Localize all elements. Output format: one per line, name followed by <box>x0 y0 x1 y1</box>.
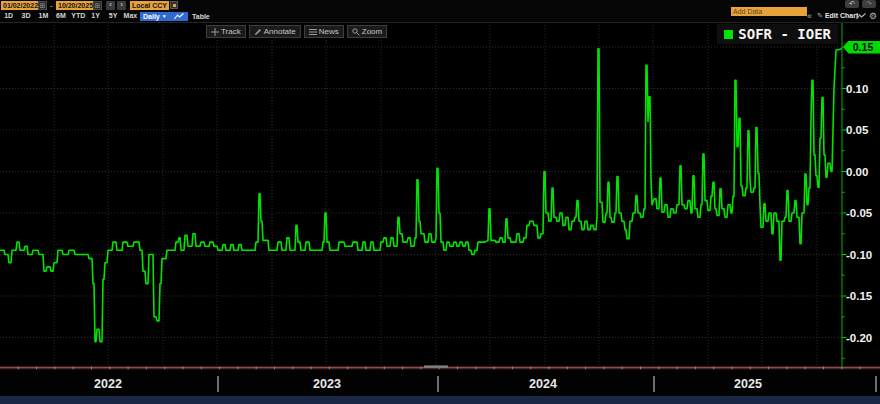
edit-chart-button[interactable]: ✎ Edit Chart <box>817 12 858 20</box>
next-period-button[interactable]: › <box>117 1 126 10</box>
date-to-input[interactable]: 10/20/2025 <box>56 1 95 10</box>
axis-scroll-handle[interactable] <box>424 365 448 367</box>
y-axis-label: 0.10 <box>846 83 868 95</box>
zoom-button[interactable]: Zoom <box>347 25 387 38</box>
table-button[interactable]: Table <box>192 12 210 21</box>
frequency-dropdown[interactable]: Daily ▼ <box>140 12 170 21</box>
annotate-label: Annotate <box>264 26 296 37</box>
y-axis-label: -0.15 <box>846 290 873 302</box>
year-separator <box>217 376 219 392</box>
chart-plot[interactable]: 0.100.050.00-0.05-0.10-0.15-0.20 <box>0 22 880 372</box>
redo-button[interactable]: ↷ <box>862 0 876 8</box>
series-name: SOFR - IOER <box>738 26 831 42</box>
collapse-panel-button[interactable]: « <box>807 12 812 21</box>
link-color-box[interactable] <box>170 1 178 9</box>
window-bottom-border <box>0 396 880 404</box>
range-button-1y[interactable]: 1Y <box>87 11 104 21</box>
news-button[interactable]: News <box>304 25 344 38</box>
year-separator <box>437 376 439 392</box>
add-data-input[interactable]: Add Data <box>731 7 807 16</box>
frequency-value: Daily <box>143 12 160 21</box>
zoom-label: Zoom <box>362 26 382 37</box>
bloomberg-chart-window: 01/02/2022 ⊞ - 10/20/2025 ⊞ ‹ › Local CC… <box>0 0 880 404</box>
year-separator <box>875 376 877 392</box>
magnifier-icon <box>352 28 360 36</box>
chart-tools-toolbar: Track Annotate News Zoom <box>206 25 387 38</box>
line-chart-icon <box>174 13 184 20</box>
y-axis-label: -0.05 <box>846 207 873 219</box>
y-axis-label: 0.00 <box>846 166 868 178</box>
range-button-3d[interactable]: 3D <box>17 11 34 21</box>
calendar-icon[interactable]: ⊞ <box>38 1 47 10</box>
x-axis-year-label: 2023 <box>313 377 341 391</box>
x-axis-year-label: 2022 <box>94 377 122 391</box>
prev-period-button[interactable]: ‹ <box>106 1 115 10</box>
range-button-1d[interactable]: 1D <box>0 11 17 21</box>
news-lines-icon <box>309 28 317 36</box>
annotate-button[interactable]: Annotate <box>249 25 301 38</box>
currency-selector[interactable]: Local CCY <box>130 1 169 10</box>
track-label: Track <box>221 26 241 37</box>
news-label: News <box>319 26 339 37</box>
track-button[interactable]: Track <box>206 25 246 38</box>
range-button-1m[interactable]: 1M <box>35 11 52 21</box>
year-separator <box>653 376 655 392</box>
pencil-icon <box>254 28 262 36</box>
date-range-separator: - <box>50 1 53 10</box>
x-axis-year-label: 2025 <box>734 377 762 391</box>
last-price-label: 0.15 <box>843 41 880 54</box>
crosshair-icon <box>211 28 219 36</box>
series-swatch-icon <box>724 30 733 39</box>
y-axis-label: 0.05 <box>846 124 869 136</box>
pencil-icon: ✎ <box>817 12 823 20</box>
range-button-6m[interactable]: 6M <box>52 11 69 21</box>
chart-area: 0.100.050.00-0.05-0.10-0.15-0.20 Track A… <box>0 22 880 372</box>
calendar-icon[interactable]: ⊞ <box>93 1 102 10</box>
x-axis-years: 2022202320242025 <box>0 372 880 396</box>
range-button-group: 1D3D1M6MYTD1Y5YMax <box>0 11 139 21</box>
edit-chart-label: Edit Chart <box>825 12 858 19</box>
series-line-sofr-ioer <box>0 49 842 342</box>
range-button-ytd[interactable]: YTD <box>70 11 87 21</box>
chart-type-button[interactable] <box>169 12 188 21</box>
range-button-5y[interactable]: 5Y <box>104 11 121 21</box>
x-axis-year-label: 2024 <box>529 377 557 391</box>
undo-button[interactable]: ↶ <box>845 0 859 8</box>
date-from-input[interactable]: 01/02/2022 <box>1 1 40 10</box>
legend[interactable]: SOFR - IOER <box>717 24 838 44</box>
link-dot-icon <box>173 4 176 7</box>
y-axis-label: -0.10 <box>846 249 872 261</box>
toolbar: 01/02/2022 ⊞ - 10/20/2025 ⊞ ‹ › Local CC… <box>0 0 880 23</box>
y-axis-label: -0.20 <box>846 332 872 344</box>
chevron-down-icon: ▼ <box>162 12 167 21</box>
range-button-max[interactable]: Max <box>122 11 139 21</box>
mini-line-chart-icon[interactable] <box>856 13 866 20</box>
gear-icon[interactable]: ⚙ <box>869 11 877 21</box>
